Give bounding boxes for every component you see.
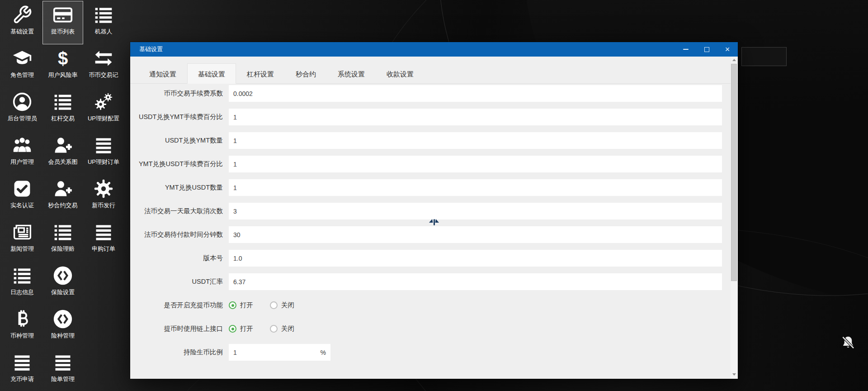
close-button[interactable]: × [717,42,738,57]
sidebar-item-r4c2[interactable]: 会员关系图 [42,131,83,175]
form-field-label: USDT兑换YMT数量 [130,132,229,149]
tab-5[interactable]: 系统设置 [327,63,376,84]
sidebar-item-r2c3[interactable]: 币币交易记 [83,44,124,88]
sidebar-item-r3c3[interactable]: UP理财配置 [83,88,124,131]
sidebar-item-label: 新闻管理 [10,245,34,253]
sidebar-item-r6c3[interactable]: 申购订单 [83,218,124,262]
form-field-3-input[interactable] [229,133,722,148]
tab-2[interactable]: 基础设置 [187,63,236,84]
sidebar-item-r5c1[interactable]: 实名认证 [2,175,42,218]
radio-option-label: 打开 [240,324,253,333]
sidebar-item-r8c1[interactable]: 币种管理 [2,305,42,348]
sidebar-icon-grid: 基础设置提币列表机器人角色管理$用户风险率币币交易记后台管理员杠杆交易UP理财配… [2,1,125,391]
text-input-wrap [229,179,722,196]
gears-icon [93,91,114,112]
sidebar-item-r9c1[interactable]: 充币申请 [2,348,42,391]
scroll-down-button[interactable] [731,371,737,378]
sidebar-item-r1c1[interactable]: 基础设置 [2,1,42,44]
sidebar-item-label: 杠杆交易 [51,114,75,123]
scrollbar-thumb[interactable] [731,64,737,281]
scroll-up-button[interactable] [731,57,737,63]
form-field-12-input[interactable] [229,344,321,360]
sidebar-item-label: 币种管理 [10,332,34,340]
tab-4[interactable]: 秒合约 [285,63,327,84]
list-icon [52,222,73,243]
form-field-4-input[interactable] [229,156,722,172]
user-circle-icon [12,91,33,112]
desktop: 基础设置提币列表机器人角色管理$用户风险率币币交易记后台管理员杠杆交易UP理财配… [0,0,868,391]
minimize-button[interactable] [675,42,696,57]
pan-scroll-cursor-icon [427,217,441,228]
sidebar-item-r7c2[interactable]: 保险设置 [42,262,83,305]
sidebar-item-label: 实名认证 [10,201,34,210]
scrollbar-track[interactable] [731,57,737,379]
sidebar-item-r3c2[interactable]: 杠杆交易 [42,88,83,131]
form-row: 法币交易待付款时间分钟数 [130,226,738,243]
form-field-label: 版本号 [130,250,229,267]
text-input-wrap [229,250,722,267]
tab-6[interactable]: 收款设置 [376,63,425,84]
radio-option-2[interactable]: 关闭 [270,301,294,310]
wrench-icon [12,5,33,25]
sidebar-item-r7c1[interactable]: 日志信息 [2,262,42,305]
newspaper-icon [12,222,33,243]
menu-icon [93,222,114,243]
radio-group: 打开关闭 [229,297,311,314]
notification-muted-icon[interactable] [840,335,856,351]
sidebar-item-r6c2[interactable]: 保险理赔 [42,218,83,262]
insurance-circle-icon [52,309,73,329]
radio-option-label: 关闭 [281,301,294,310]
window-titlebar[interactable]: 基础设置 × [130,42,738,57]
sidebar-item-r2c2[interactable]: $用户风险率 [42,44,83,88]
bitcoin-icon [12,309,33,329]
sidebar-item-r6c1[interactable]: 新闻管理 [2,218,42,262]
radio-option-1[interactable]: 打开 [229,301,253,310]
sidebar-item-r5c2[interactable]: 秒合约交易 [42,175,83,218]
form-field-5-input[interactable] [229,180,722,196]
sidebar-item-r1c2[interactable]: 提币列表 [42,1,83,44]
radio-option-label: 打开 [240,301,253,310]
radio-unselected-icon [270,301,278,309]
graduation-cap-icon [12,48,33,69]
sidebar-item-label: 保险设置 [51,288,75,296]
users-icon [12,135,33,156]
sidebar-item-r1c3[interactable]: 机器人 [83,1,124,44]
sidebar-item-r9c2[interactable]: 险单管理 [42,348,83,391]
sidebar-item-r3c1[interactable]: 后台管理员 [2,88,42,131]
text-input-wrap [229,109,722,125]
sidebar-item-label: 用户管理 [10,158,34,166]
radio-unselected-icon [270,325,278,333]
credit-card-icon [52,5,73,25]
text-input-wrap [229,203,722,219]
form-row: 是否开启充提币功能打开关闭 [130,297,738,314]
form-row: 币币交易手续费系数 [130,85,738,102]
sidebar-spacer [83,305,124,348]
radio-option-2[interactable]: 关闭 [270,324,294,333]
tab-3[interactable]: 杠杆设置 [236,63,285,84]
form-field-2-input[interactable] [229,109,722,125]
window-controls: × [675,42,738,57]
form-field-6-input[interactable] [229,203,722,219]
triangle-up-icon [732,59,736,61]
maximize-icon [704,47,709,52]
maximize-button[interactable] [696,42,717,57]
form-field-8-input[interactable] [229,250,722,266]
exchange-arrows-icon [93,48,114,69]
form-field-9-input[interactable] [229,274,722,290]
sidebar-item-r5c3[interactable]: 新币发行 [83,175,124,218]
user-plus-icon [52,135,73,156]
sidebar-item-label: 保险理赔 [51,245,75,253]
sidebar-item-r2c1[interactable]: 角色管理 [2,44,42,88]
form-row: USDT兑换YMT数量 [130,132,738,149]
form-field-7-input[interactable] [229,227,722,243]
sidebar-item-r4c3[interactable]: UP理财订单 [83,131,124,175]
radio-option-1[interactable]: 打开 [229,324,253,333]
form-field-1-input[interactable] [229,86,722,101]
tab-1[interactable]: 通知设置 [138,63,187,84]
triangle-down-icon [732,373,736,376]
list-icon [93,5,114,25]
sidebar-item-r4c1[interactable]: 用户管理 [2,131,42,175]
window-content: 通知设置基础设置杠杆设置秒合约系统设置收款设置 币币交易手续费系数USDT兑换Y… [130,57,738,379]
sidebar-item-r8c2[interactable]: 险种管理 [42,305,83,348]
form-field-label: USDT汇率 [130,273,229,290]
